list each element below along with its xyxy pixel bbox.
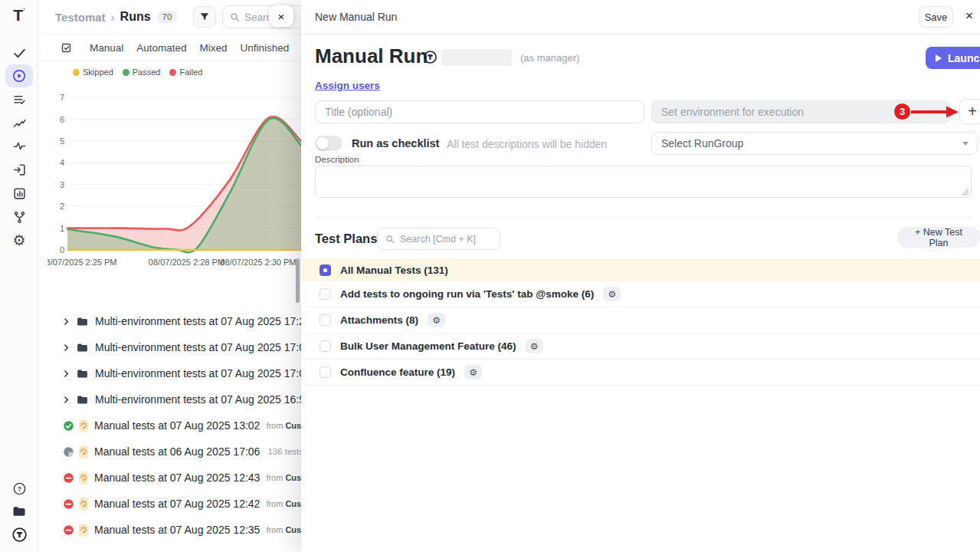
title-input[interactable] (315, 100, 644, 123)
plan-label: Add tests to ongoing run via 'Tests' tab… (340, 288, 594, 300)
x-axis-tick-label: 08/07/2025 2:28 PM (149, 258, 225, 267)
plan-settings-button[interactable]: ⚙ (526, 339, 543, 353)
filter-button[interactable] (193, 6, 216, 28)
tab-automated[interactable]: Automated (136, 42, 186, 54)
run-as-checklist-toggle[interactable] (315, 136, 343, 151)
branch-icon[interactable] (5, 205, 33, 228)
chevron-right-icon[interactable] (61, 317, 71, 327)
description-label: Description (315, 155, 359, 164)
test-plans-search-input[interactable] (400, 228, 496, 249)
pulse-icon[interactable] (5, 134, 33, 157)
help-icon[interactable]: ? (5, 477, 33, 500)
search-close-button[interactable]: × (269, 5, 293, 27)
checklist-icon[interactable] (5, 88, 33, 111)
annotation-arrow (910, 104, 962, 120)
breadcrumb-app[interactable]: Testomat (55, 11, 106, 24)
plan-checkbox[interactable] (320, 340, 331, 352)
plan-settings-button[interactable]: ⚙ (603, 287, 621, 301)
test-plan-row[interactable]: Attachments (8)⚙ (301, 307, 980, 334)
plan-label: Attachments (8) (340, 314, 418, 326)
run-label: Multi-environment tests at 07 Aug 2025 1… (95, 315, 301, 327)
add-environment-button[interactable]: + (959, 99, 980, 124)
save-button[interactable]: Save (919, 6, 953, 28)
test-plan-row[interactable]: All Manual Tests (131) (301, 258, 980, 281)
select-runs-icon[interactable] (60, 41, 73, 54)
resize-handle-icon[interactable] (962, 189, 969, 196)
project-badge-icon (423, 50, 438, 67)
chevron-down-icon (962, 142, 969, 146)
status-failed-icon (63, 524, 74, 536)
assign-users-link[interactable]: Assign users (315, 80, 380, 91)
x-axis-tick-label: 08/07/2025 2:25 PM (48, 258, 117, 267)
status-failed-icon (63, 498, 74, 510)
plan-checkbox[interactable] (320, 264, 331, 276)
test-plans-heading: Test Plans (315, 232, 377, 246)
tab-unfinished[interactable]: Unfinished (241, 42, 290, 54)
chevron-right-icon[interactable] (61, 343, 71, 353)
launch-button[interactable]: Launch (926, 47, 980, 69)
run-row[interactable]: Manual tests at 07 Aug 2025 12:43fromCus… (38, 465, 301, 491)
analytics-icon[interactable] (5, 182, 33, 205)
legend-item[interactable]: Passed (123, 67, 161, 77)
run-list: Multi-environment tests at 07 Aug 2025 1… (38, 308, 301, 543)
svg-text:1: 1 (60, 224, 64, 233)
run-meta: Custom (285, 473, 301, 482)
tab-manual[interactable]: Manual (90, 42, 123, 54)
runs-tabs: Manual Automated Mixed Unfinished (38, 34, 301, 61)
steps-icon[interactable] (5, 111, 33, 134)
run-row[interactable]: Manual tests at 07 Aug 2025 12:35fromCus… (38, 517, 301, 543)
plan-checkbox[interactable] (320, 366, 331, 378)
tab-mixed[interactable]: Mixed (200, 42, 228, 54)
run-row[interactable]: Manual tests at 06 Aug 2025 17:06136 tes… (38, 439, 301, 465)
new-test-plan-button[interactable]: + New Test Plan (897, 227, 980, 248)
legend-dot (73, 69, 80, 76)
run-row[interactable]: Manual tests at 07 Aug 2025 13:02fromCus… (38, 412, 301, 439)
plan-label: Confluence feature (19) (340, 366, 455, 378)
legend-item[interactable]: Skipped (73, 67, 113, 77)
fireworks-emoji-icon (79, 419, 88, 432)
run-label: Manual tests at 07 Aug 2025 12:42 (94, 498, 260, 510)
import-icon[interactable] (5, 158, 33, 181)
fireworks-emoji-icon (79, 524, 88, 537)
run-label: Manual tests at 07 Aug 2025 12:35 (94, 524, 260, 536)
checklist-label: Run as checklist (352, 137, 439, 150)
status-passed-icon (63, 420, 74, 432)
test-plan-row[interactable]: Confluence feature (19)⚙ (301, 360, 980, 386)
testomat-badge-icon[interactable] (5, 523, 33, 546)
settings-icon[interactable]: ⚙ (5, 228, 33, 251)
status-in-progress-icon (63, 446, 74, 458)
close-icon[interactable]: × (965, 8, 973, 24)
plan-checkbox[interactable] (320, 314, 331, 326)
folder-row[interactable]: Multi-environment tests at 07 Aug 2025 1… (38, 308, 301, 334)
check-icon[interactable] (5, 41, 33, 64)
description-textarea[interactable] (315, 166, 972, 198)
run-label: Multi-environment tests at 07 Aug 2025 1… (95, 367, 301, 380)
runs-area-chart: 01234567 (38, 86, 301, 256)
breadcrumb-separator: › (111, 11, 115, 24)
rungroup-select[interactable]: Select RunGroup (651, 132, 978, 155)
folder-icon (76, 367, 89, 380)
run-row[interactable]: Manual tests at 07 Aug 2025 12:42fromCus… (38, 491, 301, 517)
breadcrumb-page[interactable]: Runs (120, 10, 151, 24)
run-meta-prefix: from (266, 421, 283, 430)
section-divider (315, 217, 972, 218)
plan-checkbox[interactable] (320, 288, 331, 300)
folder-row[interactable]: Multi-environment tests at 07 Aug 2025 1… (38, 360, 301, 386)
test-plan-row[interactable]: Bulk User Management Feature (46)⚙ (301, 334, 980, 360)
projects-icon[interactable] (5, 500, 33, 523)
plan-settings-button[interactable]: ⚙ (464, 365, 482, 380)
folder-row[interactable]: Multi-environment tests at 07 Aug 2025 1… (38, 386, 301, 412)
drawer-title: New Manual Run (315, 11, 397, 23)
testomat-logo[interactable]: T' (0, 6, 38, 26)
run-meta-prefix: from (266, 499, 283, 508)
runs-count-badge: 70 (157, 11, 178, 23)
plan-settings-button[interactable]: ⚙ (428, 313, 445, 327)
legend-item[interactable]: Failed (169, 67, 202, 77)
chevron-right-icon[interactable] (61, 369, 71, 379)
panel-scrollbar[interactable] (296, 258, 300, 303)
chevron-right-icon[interactable] (61, 395, 71, 405)
test-plan-row[interactable]: Add tests to ongoing run via 'Tests' tab… (301, 281, 980, 307)
gear-icon: ⚙ (432, 316, 441, 325)
folder-row[interactable]: Multi-environment tests at 07 Aug 2025 1… (38, 334, 301, 360)
runs-icon[interactable] (5, 64, 33, 87)
